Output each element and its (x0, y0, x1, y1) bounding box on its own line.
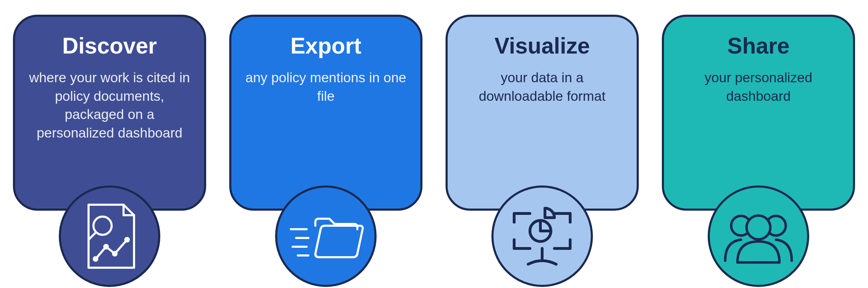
people-group-icon (720, 206, 797, 266)
monitor-chart-icon (507, 203, 577, 269)
card-share-title: Share (678, 33, 839, 59)
card-export-icon-circle (275, 185, 377, 287)
card-share: Share your personalized dashboard (662, 15, 855, 211)
card-share-panel: Share your personalized dashboard (662, 15, 855, 211)
card-discover-body: where your work is cited in policy docum… (29, 69, 190, 142)
document-search-analytics-icon (78, 201, 141, 271)
card-discover: Discover where your work is cited in pol… (13, 15, 206, 211)
card-visualize-icon-circle (491, 185, 593, 287)
card-export: Export any policy mentions in one file (229, 15, 422, 211)
card-export-panel: Export any policy mentions in one file (229, 15, 422, 211)
card-discover-icon-circle (59, 185, 160, 287)
card-share-icon-circle (708, 185, 809, 287)
card-export-body: any policy mentions in one file (245, 69, 406, 105)
card-visualize-body: your data in a downloadable format (462, 69, 623, 105)
card-discover-title: Discover (29, 33, 190, 59)
feature-cards-row: Discover where your work is cited in pol… (0, 0, 868, 211)
moving-folder-icon (287, 208, 364, 264)
card-visualize-panel: Visualize your data in a downloadable fo… (446, 15, 639, 211)
card-visualize-title: Visualize (462, 33, 623, 59)
card-visualize: Visualize your data in a downloadable fo… (446, 15, 639, 211)
svg-point-14 (747, 216, 770, 239)
card-discover-panel: Discover where your work is cited in pol… (13, 15, 206, 211)
card-share-body: your personalized dashboard (678, 69, 839, 105)
card-export-title: Export (245, 33, 406, 59)
